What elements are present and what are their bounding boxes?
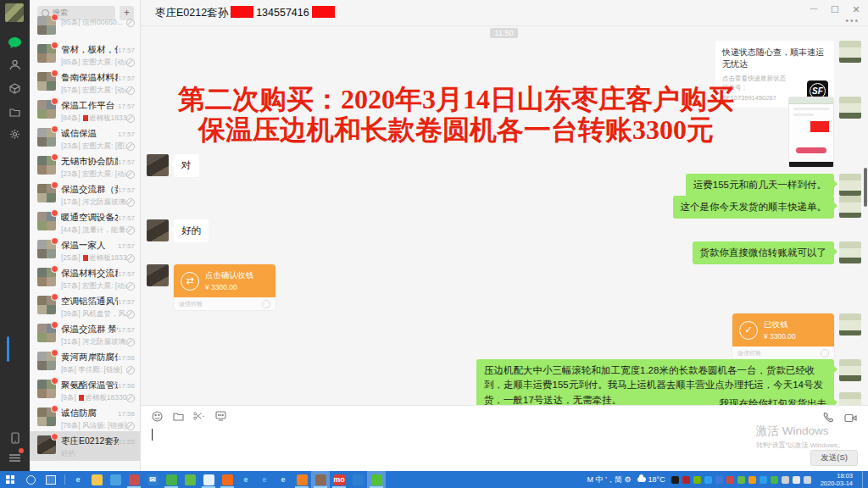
transfer-card[interactable]: ✓已收钱¥ 3300.00微信转账 bbox=[732, 313, 834, 359]
taskbar-clock[interactable]: 18:03 2020-03-14 bbox=[817, 472, 856, 488]
taskbar-app-edge-browser[interactable]: e bbox=[69, 471, 87, 488]
menu-icon[interactable] bbox=[8, 451, 22, 465]
chat-more-button[interactable]: ••• bbox=[845, 16, 860, 25]
scrollbar-thumb[interactable] bbox=[864, 168, 867, 207]
send-button[interactable]: 发送(S) bbox=[810, 450, 858, 466]
minimize-button[interactable]: — bbox=[809, 4, 819, 15]
contacts-icon[interactable] bbox=[8, 58, 22, 72]
avatar-wrap bbox=[37, 268, 56, 291]
transfer-card[interactable]: ⇄点击确认收钱¥ 3300.00微信转账 bbox=[174, 264, 275, 310]
tray-app-icon[interactable] bbox=[748, 476, 756, 484]
contact-avatar[interactable] bbox=[147, 219, 169, 241]
chat-list-item[interactable]: [85条] 信州00650... bbox=[30, 12, 140, 40]
files-icon[interactable] bbox=[8, 105, 22, 119]
chat-list-item[interactable]: 保温交流群 禁链接广..17:57[31条] 河北防腐玻璃鳞片... bbox=[30, 319, 140, 347]
chat-list-item[interactable]: 暖通空调设备发展交..17:57[44条] 流量计，能量计 ... bbox=[30, 208, 140, 236]
taskbar-app-microsoft-store[interactable] bbox=[106, 471, 125, 488]
taskbar-app-firefox[interactable] bbox=[292, 471, 311, 488]
contact-avatar[interactable] bbox=[839, 392, 861, 405]
chat-list-item[interactable]: 黄河两岸防腐保温...17:56[8条] 李佳殿: [链接] bbox=[30, 347, 140, 375]
tray-app-icon[interactable] bbox=[771, 476, 778, 484]
maximize-button[interactable]: ☐ bbox=[830, 4, 840, 15]
tray-app-icon[interactable] bbox=[737, 476, 745, 484]
taskbar-app-internet-explorer[interactable]: e bbox=[236, 471, 255, 488]
chat-list-item[interactable]: 诚信防腐17:56[78条] 风清扬: [链接] bbox=[30, 403, 140, 431]
contact-avatar[interactable] bbox=[839, 313, 861, 336]
chat-list-item[interactable]: 空调铝箔通风管，发..17:57[39条] 风机盘管，风幕机... bbox=[30, 291, 140, 319]
image-viewer-icon bbox=[315, 474, 326, 485]
chat-history-icon[interactable] bbox=[214, 410, 226, 422]
taskbar-app-photos-app[interactable] bbox=[125, 471, 143, 488]
message-bubble: 对 bbox=[174, 154, 199, 177]
nvidia-icon[interactable] bbox=[693, 476, 701, 484]
send-file-icon[interactable] bbox=[172, 410, 184, 422]
contact-avatar[interactable] bbox=[839, 41, 861, 63]
my-avatar[interactable] bbox=[5, 3, 24, 22]
message-input[interactable] bbox=[148, 426, 766, 460]
chat-list-item[interactable]: 管材，板材，保温，...17:57[85条] 宏图大展: [动画... bbox=[30, 40, 140, 68]
video-call-icon[interactable] bbox=[844, 411, 857, 426]
security-shield-icon[interactable] bbox=[715, 476, 723, 484]
chat-list-item[interactable]: 保温一家人17:57[25条] 岩棉板18330... bbox=[30, 236, 140, 263]
taskbar-app-internet-explorer[interactable]: e bbox=[255, 471, 274, 488]
mute-icon bbox=[126, 114, 135, 123]
chat-list-item[interactable]: 保温交流群（黄陂砼..17:57[17条] 河北防腐玻璃鳞片... bbox=[30, 180, 140, 208]
taskbar-app-blue-app[interactable] bbox=[348, 471, 367, 488]
transfer-texts: 点击确认收钱¥ 3300.00 bbox=[205, 270, 253, 291]
chat-list-item[interactable]: 保温工作平台（禁止..17:57[84条] 岩棉板18330... bbox=[30, 96, 140, 124]
contact-avatar[interactable] bbox=[839, 241, 861, 263]
contact-avatar[interactable] bbox=[147, 264, 169, 286]
unread-badge bbox=[51, 349, 58, 357]
cortana-button[interactable] bbox=[20, 471, 41, 488]
screenshot-scissors-icon[interactable] bbox=[193, 410, 205, 422]
chat-list-item[interactable]: 枣庄E0212套孙1...11:55好的 bbox=[30, 431, 140, 461]
tray-app-icon[interactable] bbox=[682, 476, 690, 484]
taskbar-app-wechat[interactable] bbox=[367, 471, 386, 488]
chat-list-item[interactable]: 聚氨酯保温管道交流17:56[9条] 岩棉板183306... bbox=[30, 375, 140, 403]
taskbar-app-green-app[interactable] bbox=[162, 471, 181, 488]
keyboard-icon[interactable] bbox=[804, 476, 811, 484]
taskbar-app-360-safe[interactable] bbox=[181, 471, 199, 488]
favorites-icon[interactable] bbox=[8, 81, 22, 96]
tray-app-icon[interactable] bbox=[760, 476, 767, 484]
ime-indicator[interactable]: M 中 ’，简 ⚙ bbox=[587, 474, 631, 485]
emoji-icon[interactable] bbox=[151, 410, 163, 422]
unread-badge bbox=[51, 321, 58, 329]
volume-muted-icon[interactable] bbox=[782, 476, 789, 484]
qq-icon[interactable] bbox=[671, 476, 679, 484]
wechat-desktop-window: 搜索 + [85条] 信州00650...管材，板材，保温，...17:57[8… bbox=[0, 0, 868, 488]
tray-app-icon[interactable] bbox=[726, 476, 734, 484]
contact-avatar[interactable] bbox=[147, 154, 169, 176]
chat-list-item[interactable]: 无锡市协会防腐保温..17:57[23条] 宏图大展: [动画... bbox=[30, 152, 140, 180]
call-tools bbox=[823, 411, 857, 426]
contact-avatar[interactable] bbox=[839, 174, 861, 196]
contact-avatar[interactable] bbox=[839, 359, 861, 381]
chat-preview: [84条] 岩棉板18330... bbox=[61, 114, 126, 124]
taskbar-app-mo-app[interactable]: mo bbox=[330, 471, 348, 488]
taskbar-app-file-explorer[interactable] bbox=[87, 471, 106, 488]
show-desktop-button[interactable] bbox=[862, 471, 866, 488]
close-button[interactable]: ✕ bbox=[851, 4, 861, 15]
taskbar-app-360-browser[interactable] bbox=[199, 471, 218, 488]
mobile-phone-icon[interactable] bbox=[8, 430, 22, 445]
settings-gear-icon[interactable] bbox=[8, 127, 22, 141]
task-view-button[interactable] bbox=[41, 471, 61, 488]
start-button[interactable] bbox=[0, 471, 20, 488]
voice-call-icon[interactable] bbox=[823, 411, 834, 426]
chat-preview-row: [78条] 风清扬: [链接] bbox=[61, 421, 135, 431]
network-icon[interactable] bbox=[793, 476, 800, 484]
chat-list-item[interactable]: 诚信保温17:57[23条] 宏图大展: [图片] bbox=[30, 124, 140, 152]
taskbar-app-image-viewer[interactable] bbox=[311, 471, 330, 488]
chats-icon[interactable] bbox=[8, 36, 22, 50]
tray-app-icon[interactable] bbox=[704, 476, 712, 484]
chat-list-item[interactable]: 保温材料交流群♻17:57[57条] 宏图大展: [动画... bbox=[30, 263, 140, 291]
taskbar-app-internet-explorer[interactable]: e bbox=[274, 471, 292, 488]
taskbar-app-mail[interactable]: ✉ bbox=[143, 471, 162, 488]
chat-list-item[interactable]: 鲁南保温材料群17:57[57条] 宏图大展: [动画... bbox=[30, 68, 140, 96]
image-message-thumbnail[interactable] bbox=[788, 97, 834, 168]
contact-avatar[interactable] bbox=[839, 196, 861, 218]
weather-widget[interactable]: 18°C bbox=[637, 475, 665, 484]
chat-item-body: 保温工作平台（禁止..17:57[84条] 岩棉板18330... bbox=[61, 100, 135, 124]
taskbar-app-flame-browser[interactable] bbox=[218, 471, 236, 488]
contact-avatar[interactable] bbox=[839, 97, 861, 119]
